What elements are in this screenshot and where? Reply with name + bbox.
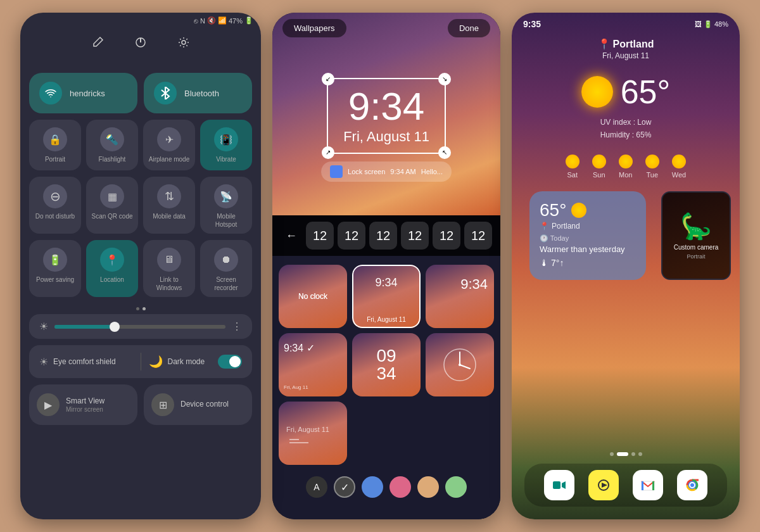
power-saving-tile[interactable]: 🔋 Power saving: [29, 240, 81, 297]
dark-mode-toggle[interactable]: [218, 355, 242, 369]
dock-gmail[interactable]: [633, 470, 663, 500]
svg-point-6: [459, 364, 461, 366]
cards-row: 65° 📍Portland 🕐 Today Warmer than yester…: [521, 191, 731, 280]
stacked-time: 09 34: [376, 347, 396, 383]
edit-button[interactable]: [87, 32, 108, 53]
clock-option-stacked[interactable]: 09 34: [352, 333, 421, 396]
forecast-sun-tue: [645, 155, 659, 168]
forecast-row: Sat Sun Mon Tue Wed: [512, 149, 740, 186]
scroll-num-6[interactable]: 12: [464, 222, 492, 250]
dock-meet[interactable]: [544, 470, 574, 500]
done-button[interactable]: Done: [448, 19, 490, 37]
main-temperature: 65°: [621, 73, 671, 111]
link-windows-tile[interactable]: 🖥 Link to Windows: [143, 240, 195, 297]
svg-point-21: [690, 483, 694, 487]
scroll-num-3[interactable]: 12: [369, 222, 397, 250]
p3-time: 9:35: [523, 19, 541, 29]
dock-chrome[interactable]: Beta: [677, 470, 707, 500]
brightness-icon: ☀: [39, 320, 48, 332]
clock-option-analog[interactable]: [426, 333, 494, 396]
hotspot-tile[interactable]: 📡 Mobile Hotspot: [200, 177, 252, 234]
brightness-menu-icon[interactable]: ⋮: [232, 320, 242, 332]
airplane-label: Airplane mode: [149, 155, 189, 163]
color-peach[interactable]: [417, 476, 439, 498]
airplane-tile[interactable]: ✈ Airplane mode: [143, 120, 195, 170]
data-tile[interactable]: ⇅ Mobile data: [143, 177, 195, 234]
color-check[interactable]: ✓: [334, 476, 355, 498]
dot-1: [136, 307, 139, 310]
minimal-time: Fri, August 11: [286, 426, 329, 452]
forecast-label-sat: Sat: [567, 171, 578, 179]
clock-selection-box[interactable]: ↙ ↘ 9:34 Fri, August 11 ↗ ↖: [327, 78, 446, 154]
vibrate-tile[interactable]: 📳 Vibrate: [200, 120, 252, 170]
clock-date-display: Fri, August 11: [343, 129, 429, 145]
settings-button[interactable]: [174, 32, 194, 53]
scroll-left-arrow[interactable]: ←: [281, 229, 302, 243]
clock-scroll-row[interactable]: ← 12 12 12 12 12 12: [272, 215, 500, 256]
phones-container: ⎋ N 🔇 📶 47% 🔋: [8, 0, 752, 532]
portrait-tile[interactable]: 🔒 Portrait: [29, 120, 81, 170]
wifi-tile[interactable]: hendricks: [29, 73, 137, 113]
forecast-tue: Tue: [645, 155, 659, 179]
power-button[interactable]: [130, 32, 151, 53]
location-label: Location: [100, 276, 124, 284]
card-change: 🌡7°↑: [540, 258, 636, 268]
mini-camera-sub: Portrait: [687, 253, 705, 260]
qr-tile[interactable]: ▦ Scan QR code: [86, 177, 138, 234]
qr-label: Scan QR code: [91, 212, 132, 220]
device-control-tile[interactable]: ⊞ Device control: [144, 384, 252, 425]
forecast-sun-sun: [592, 155, 606, 168]
eye-comfort-item[interactable]: ☀ Eye comfort shield: [39, 356, 133, 368]
forecast-mon: Mon: [619, 155, 633, 179]
forecast-sun-sat: [566, 155, 580, 168]
p3-battery-pct: 48%: [714, 20, 728, 28]
color-letter-a[interactable]: A: [306, 476, 327, 498]
bottom-tiles-row: ▶ Smart View Mirror screen ⊞ Device cont…: [29, 384, 252, 425]
device-control-label: Device control: [180, 400, 229, 410]
brightness-bar[interactable]: [54, 325, 225, 329]
scroll-num-4[interactable]: 12: [401, 222, 429, 250]
location-icon: 📍: [100, 248, 124, 272]
vibrate-label: Vibrate: [216, 155, 236, 163]
no-clock-text: No clock: [298, 292, 327, 301]
resize-br[interactable]: ↖: [438, 146, 451, 159]
svg-point-2: [182, 41, 186, 44]
forecast-sun-wed: [672, 155, 686, 168]
scroll-num-2[interactable]: 12: [338, 222, 365, 250]
color-blue[interactable]: [362, 476, 383, 498]
smart-view-tile[interactable]: ▶ Smart View Mirror screen: [29, 384, 137, 425]
mini-camera-label: Custom camera: [674, 244, 719, 251]
color-pink[interactable]: [390, 476, 411, 498]
bluetooth-tile[interactable]: Bluetooth: [144, 73, 252, 113]
clock-option-no-clock[interactable]: No clock No clock: [279, 265, 347, 328]
top-tiles-row: hendricks Bluetooth: [29, 73, 252, 113]
brightness-thumb[interactable]: [110, 322, 120, 332]
clock-option-with-check[interactable]: 9:34 ✓ Fri, Aug 11: [279, 333, 347, 396]
weather-main-display: 65°: [512, 63, 740, 116]
scroll-num-1[interactable]: 12: [306, 222, 334, 250]
clock-option-minimal[interactable]: Fri, August 11: [279, 402, 347, 465]
home-dock: Beta: [512, 446, 740, 519]
clock-option-digital-small[interactable]: Fri, August 11 9:34: [352, 265, 421, 328]
dark-mode-item[interactable]: 🌙 Dark mode: [149, 355, 243, 369]
resize-tr[interactable]: ↘: [438, 73, 451, 86]
dock-apps-row: Beta: [524, 464, 727, 507]
dock-reels[interactable]: [588, 470, 619, 500]
location-tile[interactable]: 📍 Location: [86, 240, 138, 297]
clock-option-digital-right[interactable]: 9:34: [426, 265, 494, 328]
digital-right-time: 9:34: [460, 276, 488, 293]
resize-bl[interactable]: ↗: [322, 146, 334, 159]
brightness-control[interactable]: ☀ ⋮: [29, 314, 252, 339]
scroll-num-5[interactable]: 12: [433, 222, 460, 250]
wallpapers-button[interactable]: Wallpapers: [282, 19, 346, 37]
resize-tl[interactable]: ↙: [322, 73, 334, 86]
weather-date: Fri, August 11: [512, 51, 740, 60]
screen-recorder-tile[interactable]: ⏺ Screen recorder: [200, 240, 252, 297]
color-green[interactable]: [445, 476, 467, 498]
portrait-label: Portrait: [45, 155, 65, 163]
dnd-tile[interactable]: ⊖ Do not disturb: [29, 177, 81, 234]
weather-detail-card[interactable]: 65° 📍Portland 🕐 Today Warmer than yester…: [529, 191, 646, 280]
humidity: Humidity : 65%: [512, 129, 740, 141]
flashlight-tile[interactable]: 🔦 Flashlight: [86, 120, 138, 170]
phone3-weather-home: 9:35 🖼 🔋 48% 📍 Portland Fri, August 11 6…: [512, 13, 740, 519]
